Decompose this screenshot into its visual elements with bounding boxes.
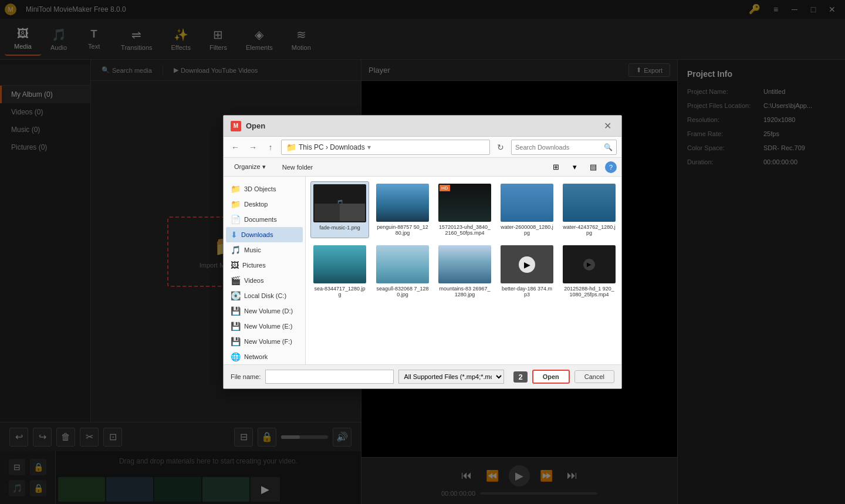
organize-button[interactable]: Organize ▾ <box>228 161 272 172</box>
folder-desktop-label: Desktop <box>244 201 268 208</box>
folder-downloads-label: Downloads <box>241 231 273 238</box>
search-downloads-input[interactable] <box>515 144 601 151</box>
breadcrumb-chevron: ▾ <box>367 143 371 151</box>
dialog-address-bar: ← → ↑ 📁 This PC › Downloads ▾ ↻ 🔍 <box>224 137 621 158</box>
file-name-seagull: seagull-832068 7_1280.jpg <box>376 286 429 297</box>
up-button[interactable]: ↑ <box>263 140 278 154</box>
file-name-better-day: better-day-186 374.mp3 <box>501 286 553 297</box>
folder-desktop-icon: 📁 <box>231 199 241 209</box>
file-item-sea[interactable]: sea-8344717_1280.jpg <box>310 243 369 300</box>
folder-new-volume-e-label: New Volume (E:) <box>244 323 293 330</box>
file-item-video-hd[interactable]: ▶ 20125288-hd_1 920_1080_25fps.mp4 <box>560 243 618 300</box>
forward-button[interactable]: → <box>246 140 260 154</box>
dialog-body: 📁 3D Objects 📁 Desktop 📄 Documents ⬇ Dow… <box>224 177 621 364</box>
file-item-water-2[interactable]: water-4243762_1280.jpg <box>560 181 618 238</box>
folder-pictures[interactable]: 🖼 Pictures <box>226 258 303 273</box>
file-grid: 🎵 fade-music-1.png penguin-88757 50_1280… <box>310 181 617 300</box>
folder-documents[interactable]: 📄 Documents <box>226 212 303 227</box>
folder-documents-icon: 📄 <box>231 215 241 224</box>
filename-label: File name: <box>231 373 261 380</box>
folder-new-volume-d[interactable]: 💾 New Volume (D:) <box>226 303 303 319</box>
folder-3d-label: 3D Objects <box>244 185 276 192</box>
volume-f-icon: 💾 <box>231 337 241 346</box>
dialog-footer-fields: File name: All Supported Files (*.mp4;*.… <box>231 370 504 384</box>
new-folder-button[interactable]: New folder <box>276 162 319 172</box>
file-thumb-seagull <box>376 245 429 283</box>
folder-new-volume-d-label: New Volume (D:) <box>244 307 293 314</box>
folder-videos[interactable]: 🎬 Videos <box>226 273 303 288</box>
folder-local-disk-c[interactable]: 💽 Local Disk (C:) <box>226 288 303 303</box>
address-breadcrumb[interactable]: 📁 This PC › Downloads ▾ <box>281 140 490 155</box>
back-button[interactable]: ← <box>228 140 242 154</box>
folder-videos-icon: 🎬 <box>231 276 241 285</box>
file-thumb-fade-music: 🎵 <box>313 184 366 222</box>
file-item-mountains[interactable]: mountains-83 26967_1280.jpg <box>436 243 494 300</box>
file-item-water-1[interactable]: water-2600008_1280.jpg <box>498 181 556 238</box>
grid-view-button[interactable]: ⊞ <box>549 160 563 174</box>
step-2-badge: 2 <box>513 371 527 383</box>
folder-new-volume-f-label: New Volume (F:) <box>244 338 292 345</box>
folder-desktop[interactable]: 📁 Desktop <box>226 197 303 212</box>
folder-pictures-label: Pictures <box>242 262 266 269</box>
cancel-button[interactable]: Cancel <box>574 370 614 383</box>
file-thumb-water-2 <box>563 184 616 222</box>
dialog-app-logo: M <box>231 121 241 131</box>
file-name-video-hd: 20125288-hd_1 920_1080_25fps.mp4 <box>563 286 616 297</box>
file-thumb-uhd-video: HD <box>438 184 491 222</box>
filename-input[interactable] <box>265 370 394 384</box>
folder-network-label: Network <box>244 353 268 360</box>
folder-3d-icon: 📁 <box>231 184 241 194</box>
folder-new-volume-e[interactable]: 💾 New Volume (E:) <box>226 319 303 334</box>
dialog-close-button[interactable]: ✕ <box>600 119 614 133</box>
folder-music-icon: 🎵 <box>231 245 241 255</box>
panel-view-button[interactable]: ▤ <box>586 160 600 174</box>
file-thumb-penguin <box>376 184 429 222</box>
filetype-select[interactable]: All Supported Files (*.mp4;*.mc <box>398 370 504 384</box>
dialog-footer: File name: All Supported Files (*.mp4;*.… <box>224 364 621 388</box>
file-item-seagull[interactable]: seagull-832068 7_1280.jpg <box>374 243 431 300</box>
file-name-sea: sea-8344717_1280.jpg <box>313 286 366 297</box>
file-item-uhd-video[interactable]: HD 15720123-uhd_3840_2160_50fps.mp4 <box>436 181 494 238</box>
folder-new-volume-f[interactable]: 💾 New Volume (F:) <box>226 334 303 349</box>
dialog-title-text: Open <box>246 121 265 130</box>
refresh-button[interactable]: ↻ <box>494 140 508 154</box>
file-item-fade-music[interactable]: 🎵 fade-music-1.png <box>310 181 369 238</box>
volume-d-icon: 💾 <box>231 306 241 316</box>
view-options-button[interactable]: ▾ <box>567 160 582 174</box>
filename-row: File name: All Supported Files (*.mp4;*.… <box>231 370 504 384</box>
help-button[interactable]: ? <box>605 161 617 173</box>
file-item-better-day[interactable]: ▶ better-day-186 374.mp3 <box>498 243 556 300</box>
file-name-uhd-video: 15720123-uhd_3840_2160_50fps.mp4 <box>438 224 491 236</box>
file-name-penguin: penguin-88757 50_1280.jpg <box>376 224 429 236</box>
network-icon: 🌐 <box>231 352 241 361</box>
dialog-overlay: M Open ✕ ← → ↑ 📁 This PC › Downloads ▾ ↻… <box>0 0 845 504</box>
file-item-penguin[interactable]: penguin-88757 50_1280.jpg <box>374 181 431 238</box>
folder-music[interactable]: 🎵 Music <box>226 242 303 258</box>
folder-documents-label: Documents <box>244 216 277 223</box>
disk-c-icon: 💽 <box>231 291 241 300</box>
folder-arrow-icon: 📁 <box>286 143 296 152</box>
open-button[interactable]: Open <box>532 370 570 384</box>
file-thumb-video-hd: ▶ <box>563 245 616 283</box>
open-dialog: M Open ✕ ← → ↑ 📁 This PC › Downloads ▾ ↻… <box>223 115 622 389</box>
file-thumb-mountains <box>438 245 491 283</box>
breadcrumb-text: This PC › Downloads <box>299 143 365 151</box>
file-thumb-water-1 <box>501 184 553 222</box>
file-name-fade-music: fade-music-1.png <box>319 225 360 231</box>
volume-e-icon: 💾 <box>231 322 241 331</box>
address-search[interactable]: 🔍 <box>511 140 617 155</box>
file-name-mountains: mountains-83 26967_1280.jpg <box>438 286 491 297</box>
search-icon: 🔍 <box>604 143 613 151</box>
dialog-title-left: M Open <box>231 121 265 131</box>
folder-downloads-icon: ⬇ <box>231 230 238 239</box>
file-thumb-sea <box>313 245 366 283</box>
folder-downloads[interactable]: ⬇ Downloads <box>226 227 303 242</box>
audio-play-overlay: ▶ <box>519 256 535 273</box>
folder-3d-objects[interactable]: 📁 3D Objects <box>226 181 303 197</box>
file-name-water-2: water-4243762_1280.jpg <box>563 224 616 236</box>
folder-music-label: Music <box>244 246 261 253</box>
dialog-title-bar: M Open ✕ <box>224 116 621 137</box>
dialog-footer-buttons: 2 Open Cancel <box>513 370 614 384</box>
folder-network[interactable]: 🌐 Network <box>226 349 303 364</box>
dialog-toolbar: Organize ▾ New folder ⊞ ▾ ▤ ? <box>224 158 621 177</box>
